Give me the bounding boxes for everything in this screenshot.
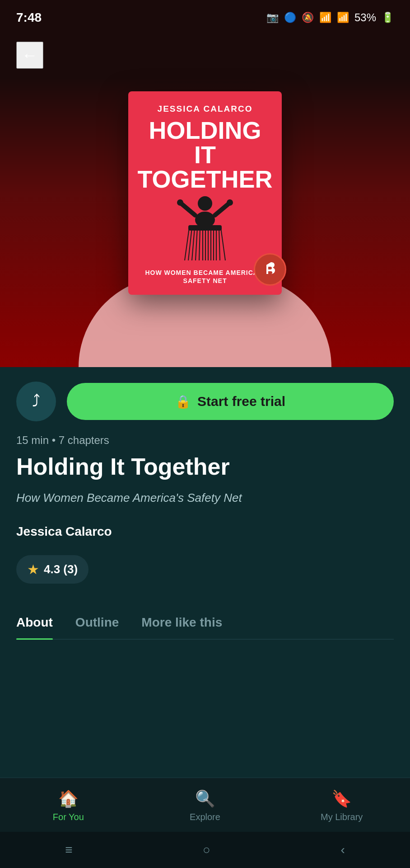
svg-point-4 [177, 199, 183, 206]
android-nav-bar: ≡ ○ ‹ [0, 832, 410, 868]
share-icon: ⤴ [32, 392, 40, 411]
blinkist-logo-icon [260, 259, 280, 279]
book-title-line1: HOLDING IT [149, 117, 261, 168]
bookmark-icon: 🔖 [331, 789, 352, 808]
book-title-line2: TOGETHER [137, 165, 272, 193]
tabs-row: About Outline More like this [16, 606, 394, 640]
svg-line-2 [181, 203, 195, 215]
nav-my-library[interactable]: 🔖 My Library [273, 789, 410, 822]
blinkist-badge [254, 253, 286, 286]
book-subtitle: How Women Became America's Safety Net [16, 490, 394, 506]
book-author: Jessica Calarco [16, 524, 394, 539]
star-icon: ★ [27, 561, 39, 577]
bottom-nav: 🏠 For You 🔍 Explore 🔖 My Library [0, 778, 410, 832]
tab-outline[interactable]: Outline [75, 606, 119, 639]
battery-icon: 🔋 [382, 12, 394, 24]
android-back-icon[interactable]: ‹ [340, 843, 345, 857]
svg-point-5 [227, 199, 233, 206]
lock-icon: 🔒 [175, 394, 191, 409]
home-icon: 🏠 [58, 789, 79, 808]
action-row: ⤴ 🔒 Start free trial [16, 367, 394, 434]
svg-line-8 [192, 228, 195, 260]
svg-rect-19 [188, 225, 222, 231]
svg-line-10 [199, 228, 200, 260]
signal-icon: 📶 [337, 12, 349, 24]
mute-icon: 🔕 [302, 12, 314, 24]
svg-line-9 [196, 228, 197, 260]
svg-line-18 [221, 228, 225, 260]
svg-point-0 [198, 196, 212, 211]
book-cover-wrapper: JESSICA CALARCO HOLDING IT TOGETHER [128, 91, 282, 295]
book-figure-illustration [176, 193, 234, 266]
book-cover-subtitle: HOW WOMEN BECAME AMERICA'S SAFETY NET [137, 269, 273, 285]
camera-icon: 📷 [266, 12, 279, 24]
tab-about[interactable]: About [16, 606, 53, 639]
android-menu-icon[interactable]: ≡ [65, 843, 72, 857]
bluetooth-icon: 🔵 [284, 12, 296, 24]
person-figure-svg [176, 193, 234, 266]
status-bar: 7:48 📷 🔵 🔕 📶 📶 53% 🔋 [0, 0, 410, 33]
back-button[interactable]: ← [16, 42, 43, 69]
nav-for-you-label: For You [53, 812, 84, 822]
book-title: Holding It Together [16, 454, 394, 480]
blinkist-badge-circle [254, 253, 286, 286]
hero-area: JESSICA CALARCO HOLDING IT TOGETHER [0, 78, 410, 367]
battery-level: 53% [354, 11, 376, 24]
content-area: ⤴ 🔒 Start free trial 15 min • 7 chapters… [0, 367, 410, 708]
share-button[interactable]: ⤴ [16, 382, 56, 421]
back-arrow-icon: ← [22, 46, 38, 65]
nav-library-label: My Library [321, 812, 363, 822]
status-icons: 📷 🔵 🔕 📶 📶 53% 🔋 [266, 11, 394, 24]
rating-badge: ★ 4.3 (3) [16, 555, 89, 584]
svg-line-17 [219, 228, 220, 260]
nav-for-you[interactable]: 🏠 For You [0, 789, 137, 822]
nav-explore-label: Explore [190, 812, 220, 822]
search-icon: 🔍 [195, 789, 215, 808]
book-cover-author: JESSICA CALARCO [158, 104, 253, 114]
book-cover-title: HOLDING IT TOGETHER [137, 116, 273, 191]
tab-more-like-this[interactable]: More like this [141, 606, 222, 639]
book-meta: 15 min • 7 chapters [16, 434, 394, 447]
svg-line-3 [215, 203, 229, 215]
wifi-icon: 📶 [319, 12, 331, 24]
status-time: 7:48 [16, 10, 42, 25]
start-trial-button[interactable]: 🔒 Start free trial [67, 383, 394, 420]
rating-value: 4.3 (3) [44, 562, 78, 576]
top-nav: ← [0, 33, 410, 78]
nav-explore[interactable]: 🔍 Explore [137, 789, 274, 822]
trial-button-label: Start free trial [197, 394, 285, 409]
android-home-icon[interactable]: ○ [203, 843, 210, 857]
